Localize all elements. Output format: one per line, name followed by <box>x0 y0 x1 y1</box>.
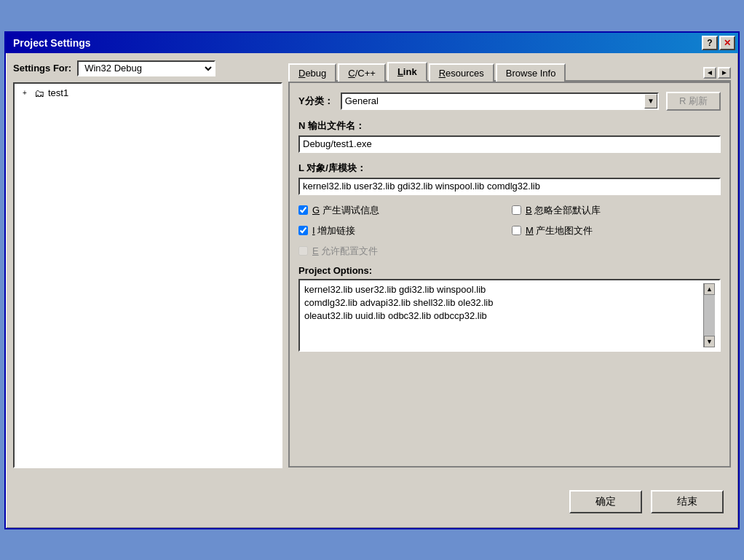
folder-icon: 🗂 <box>33 87 45 99</box>
expand-icon[interactable]: + <box>19 87 31 99</box>
tab-browse-info[interactable]: Browse Info <box>496 63 566 82</box>
bottom-buttons: 确定 结束 <box>13 483 731 521</box>
window-content: Settings For: Win32 Debug Win32 Release … <box>6 53 738 528</box>
objects-label: L 对象/库模块： <box>298 162 721 175</box>
checkbox-e-input[interactable] <box>298 246 308 256</box>
refresh-button[interactable]: R 刷新 <box>666 92 721 111</box>
settings-select-wrapper: Win32 Debug Win32 Release <box>77 60 215 76</box>
tab-scroll-left[interactable]: ◄ <box>703 67 716 79</box>
checkbox-g: G 产生调试信息 <box>298 204 507 217</box>
checkbox-b: B 忽略全部默认库 <box>512 204 721 217</box>
tab-browse-info-label: Browse Info <box>506 68 556 79</box>
checkbox-i-label: I 增加链接 <box>312 224 355 237</box>
main-layout: Settings For: Win32 Debug Win32 Release … <box>13 60 731 483</box>
tab-resources-label: Resources <box>439 68 484 79</box>
left-panel: Settings For: Win32 Debug Win32 Release … <box>13 60 282 483</box>
checkbox-e-label: E 允许配置文件 <box>312 245 378 258</box>
tab-scroll-right[interactable]: ► <box>718 67 731 79</box>
window-title: Project Settings <box>9 37 91 49</box>
tab-content-area: Y分类： General Input Output Customize Debu… <box>288 82 731 468</box>
project-options-text[interactable]: kernel32.lib user32.lib gdi32.lib winspo… <box>304 283 703 347</box>
category-label: Y分类： <box>298 95 333 108</box>
checkbox-i: I 增加链接 <box>298 224 507 237</box>
tree-item[interactable]: + 🗂 test1 <box>17 87 278 100</box>
tab-resources[interactable]: Resources <box>429 63 494 82</box>
project-options-box: kernel32.lib user32.lib gdi32.lib winspo… <box>298 279 721 352</box>
category-select-wrapper: General Input Output Customize Debug ▼ <box>341 92 659 110</box>
checkbox-g-label: G 产生调试信息 <box>312 204 379 217</box>
settings-select[interactable]: Win32 Debug Win32 Release <box>77 60 215 76</box>
scroll-down-arrow[interactable]: ▼ <box>704 336 715 347</box>
settings-for-label: Settings For: <box>13 63 71 74</box>
tree-panel: + 🗂 test1 <box>13 82 282 468</box>
tab-debug-label: Debug <box>298 68 326 79</box>
tab-scroll-buttons: ◄ ► <box>703 67 731 80</box>
tab-link-label: Link <box>397 66 417 77</box>
checkbox-m-input[interactable] <box>512 226 521 235</box>
tab-link[interactable]: Link <box>387 62 427 82</box>
tree-item-label: test1 <box>48 87 68 98</box>
tabs-container: Debug C/C++ Link Resources Browse Info <box>288 60 731 82</box>
title-bar-buttons: ? ✕ <box>702 36 735 50</box>
scrollbar-vertical: ▲ ▼ <box>703 283 715 347</box>
settings-for-row: Settings For: Win32 Debug Win32 Release <box>13 60 282 76</box>
right-panel: Debug C/C++ Link Resources Browse Info <box>288 60 731 483</box>
tab-cpp-label: C/C++ <box>348 68 376 79</box>
checkbox-m: M 产生地图文件 <box>512 224 721 237</box>
checkbox-row-1: G 产生调试信息 B 忽略全部默认库 <box>298 204 721 217</box>
tab-cpp[interactable]: C/C++ <box>338 63 386 82</box>
checkbox-row-2: I 增加链接 M 产生地图文件 <box>298 224 721 237</box>
scroll-track <box>704 295 715 336</box>
checkbox-m-label: M 产生地图文件 <box>526 224 593 237</box>
checkbox-g-input[interactable] <box>298 205 308 215</box>
ok-button[interactable]: 确定 <box>569 490 642 513</box>
project-options-label: Project Options: <box>298 265 721 276</box>
close-button[interactable]: ✕ <box>719 36 735 50</box>
cancel-button[interactable]: 结束 <box>651 490 724 513</box>
project-settings-window: Project Settings ? ✕ Settings For: Win32… <box>4 31 740 529</box>
category-row: Y分类： General Input Output Customize Debu… <box>298 92 721 111</box>
category-select[interactable]: General Input Output Customize Debug <box>341 92 659 110</box>
title-bar: Project Settings ? ✕ <box>6 33 738 53</box>
checkbox-b-label: B 忽略全部默认库 <box>526 204 601 217</box>
checkbox-e: E 允许配置文件 <box>298 245 721 258</box>
checkbox-i-input[interactable] <box>298 226 308 235</box>
output-file-label: N 输出文件名： <box>298 119 721 133</box>
checkbox-b-input[interactable] <box>512 205 521 215</box>
help-button[interactable]: ? <box>702 36 718 50</box>
objects-input[interactable] <box>298 178 721 195</box>
tab-debug[interactable]: Debug <box>288 63 336 82</box>
checkbox-row-3: E 允许配置文件 <box>298 245 721 258</box>
scroll-up-arrow[interactable]: ▲ <box>704 283 715 295</box>
output-file-input[interactable] <box>298 135 721 153</box>
